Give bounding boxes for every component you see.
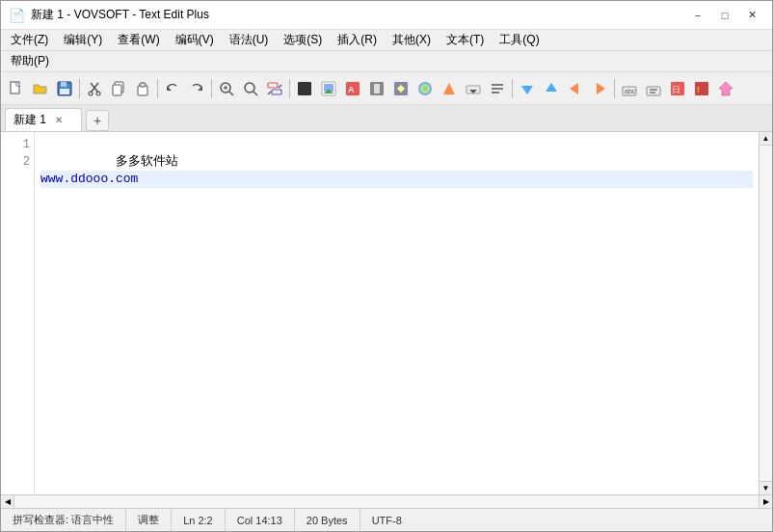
menu-tools[interactable]: 工具(Q) bbox=[492, 30, 546, 51]
open-button[interactable] bbox=[29, 77, 52, 100]
menu-insert[interactable]: 插入(R) bbox=[330, 30, 385, 51]
toolbar-sep-1 bbox=[79, 79, 80, 98]
menu-edit[interactable]: 编辑(Y) bbox=[56, 30, 110, 51]
line-1-text: 多多软件站 bbox=[116, 154, 178, 169]
menu-options[interactable]: 选项(S) bbox=[276, 30, 330, 51]
editor-wrapper: 1 2 多多软件站 www.ddooo.com ▲ ▼ ◀ ▶ bbox=[1, 132, 772, 508]
menu-file[interactable]: 文件(Z) bbox=[3, 30, 56, 51]
tab-1[interactable]: 新建 1 ✕ bbox=[5, 108, 82, 131]
tb-btn-15[interactable] bbox=[642, 77, 665, 100]
status-size: 20 Bytes bbox=[295, 509, 360, 531]
svg-rect-10 bbox=[113, 85, 121, 95]
tab-1-close[interactable]: ✕ bbox=[52, 114, 66, 127]
adjust-label: 调整 bbox=[138, 513, 159, 527]
tab-bar: 新建 1 ✕ + bbox=[1, 105, 772, 132]
svg-marker-13 bbox=[167, 86, 172, 91]
toolbar-sep-4 bbox=[289, 79, 290, 98]
status-bar: 拼写检查器: 语言中性 调整 Ln 2:2 Col 14:13 20 Bytes… bbox=[1, 508, 772, 531]
line-col-label: Ln 2:2 bbox=[183, 515, 213, 526]
undo-button[interactable] bbox=[161, 77, 184, 100]
save-button[interactable] bbox=[53, 77, 76, 100]
menu-view[interactable]: 查看(W) bbox=[110, 30, 167, 51]
tb-btn-13[interactable] bbox=[588, 77, 611, 100]
tb-btn-6[interactable] bbox=[413, 77, 437, 100]
tb-btn-1[interactable] bbox=[293, 77, 316, 100]
tb-btn-5[interactable] bbox=[389, 77, 413, 100]
scrollbar-up-button[interactable]: ▲ bbox=[760, 132, 773, 146]
hscroll-track[interactable] bbox=[14, 495, 759, 508]
menu-other[interactable]: 其他(X) bbox=[385, 30, 439, 51]
menu-text[interactable]: 文本(T) bbox=[439, 30, 492, 51]
tb-btn-10[interactable] bbox=[516, 77, 539, 100]
svg-text:!: ! bbox=[697, 85, 700, 94]
hscroll-right[interactable]: ▶ bbox=[759, 495, 772, 509]
close-button[interactable]: ✕ bbox=[739, 6, 764, 25]
minimize-button[interactable]: − bbox=[685, 6, 710, 25]
hscroll-left[interactable]: ◀ bbox=[1, 495, 14, 509]
add-tab-button[interactable]: + bbox=[86, 110, 109, 131]
tb-btn-16[interactable]: 日 bbox=[666, 77, 689, 100]
paste-button[interactable] bbox=[131, 77, 154, 100]
title-left: 📄 新建 1 - VOVSOFT - Text Edit Plus bbox=[9, 7, 209, 23]
editor-inner: 1 2 多多软件站 www.ddooo.com ▲ ▼ ◀ ▶ bbox=[1, 132, 772, 508]
maximize-button[interactable]: □ bbox=[712, 6, 737, 25]
svg-point-34 bbox=[418, 82, 432, 95]
scrollbar-down-button[interactable]: ▼ bbox=[760, 481, 773, 494]
new-button[interactable] bbox=[5, 77, 28, 100]
svg-text:A: A bbox=[348, 85, 355, 94]
tb-btn-12[interactable] bbox=[564, 77, 587, 100]
svg-rect-22 bbox=[272, 90, 281, 94]
scrollbar-thumb[interactable] bbox=[760, 146, 772, 481]
svg-rect-21 bbox=[268, 83, 278, 88]
tb-btn-3[interactable]: A bbox=[341, 77, 364, 100]
svg-marker-14 bbox=[198, 86, 202, 91]
menu-bar-2: 帮助(P) bbox=[1, 51, 772, 72]
size-label: 20 Bytes bbox=[307, 515, 348, 526]
tb-btn-7[interactable] bbox=[438, 77, 461, 100]
encoding-label: UTF-8 bbox=[372, 515, 402, 526]
svg-rect-3 bbox=[61, 82, 67, 87]
menu-encode[interactable]: 编码(V) bbox=[168, 30, 222, 51]
svg-line-20 bbox=[253, 92, 257, 95]
line-number-2: 2 bbox=[7, 153, 30, 171]
svg-marker-35 bbox=[443, 83, 455, 94]
svg-rect-12 bbox=[140, 83, 146, 87]
tb-btn-8[interactable] bbox=[462, 77, 485, 100]
vertical-scrollbar[interactable]: ▲ ▼ bbox=[759, 132, 772, 494]
editor-main: 1 2 多多软件站 www.ddooo.com ▲ ▼ bbox=[1, 132, 772, 494]
toolbar: A ab bbox=[1, 72, 772, 105]
zoom-button[interactable] bbox=[215, 77, 238, 100]
find-button[interactable] bbox=[239, 77, 262, 100]
menu-syntax[interactable]: 语法(U) bbox=[222, 30, 277, 51]
cut-button[interactable] bbox=[83, 77, 106, 100]
toolbar-sep-6 bbox=[614, 79, 615, 98]
editor-content[interactable]: 多多软件站 www.ddooo.com bbox=[35, 132, 759, 494]
title-bar: 📄 新建 1 - VOVSOFT - Text Edit Plus − □ ✕ bbox=[1, 1, 772, 30]
tb-btn-18[interactable] bbox=[714, 77, 737, 100]
tb-btn-4[interactable] bbox=[365, 77, 388, 100]
svg-rect-4 bbox=[60, 89, 69, 94]
tb-btn-14[interactable]: abc bbox=[618, 77, 641, 100]
svg-text:abc: abc bbox=[625, 88, 636, 94]
svg-point-19 bbox=[245, 83, 254, 93]
horizontal-scrollbar[interactable]: ◀ ▶ bbox=[1, 494, 772, 508]
replace-button[interactable] bbox=[263, 77, 286, 100]
title-text: 新建 1 - VOVSOFT - Text Edit Plus bbox=[31, 7, 209, 23]
redo-button[interactable] bbox=[185, 77, 208, 100]
svg-marker-54 bbox=[719, 82, 733, 95]
col-label: Col 14:13 bbox=[237, 515, 282, 526]
title-buttons: − □ ✕ bbox=[685, 6, 764, 25]
tb-btn-17[interactable]: ! bbox=[690, 77, 713, 100]
menu-help[interactable]: 帮助(P) bbox=[3, 51, 57, 72]
copy-button[interactable] bbox=[107, 77, 130, 100]
status-encoding: UTF-8 bbox=[360, 509, 413, 531]
main-window: 📄 新建 1 - VOVSOFT - Text Edit Plus − □ ✕ … bbox=[1, 1, 772, 531]
tab-1-label: 新建 1 bbox=[13, 112, 46, 128]
tb-btn-11[interactable] bbox=[540, 77, 563, 100]
spellcheck-label: 拼写检查器: 语言中性 bbox=[13, 513, 114, 527]
tb-btn-2[interactable] bbox=[317, 77, 340, 100]
svg-rect-47 bbox=[647, 87, 660, 95]
svg-text:日: 日 bbox=[672, 85, 680, 94]
svg-rect-32 bbox=[374, 84, 380, 93]
tb-btn-9[interactable] bbox=[486, 77, 509, 100]
